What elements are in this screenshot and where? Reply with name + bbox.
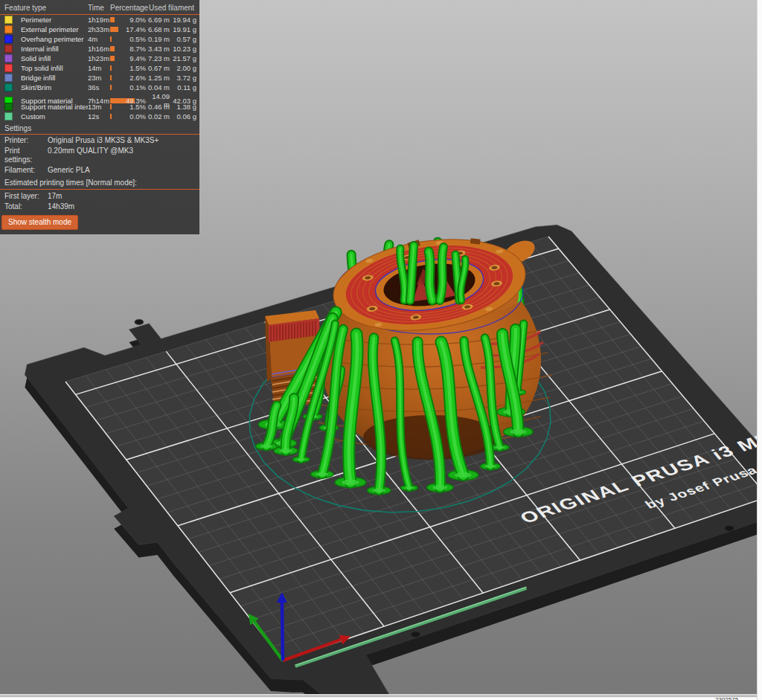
percentage-cell: 17.4% [110, 25, 147, 34]
percentage-bar [110, 56, 115, 61]
statusbar-strip: 2302575 [0, 694, 757, 700]
filament-weight: 0.06 g [173, 112, 199, 121]
first-layer-value: 17m [48, 192, 195, 200]
feature-label: Bridge infill [21, 74, 88, 82]
setting-printer: Printer: Original Prusa i3 MK3S & MK3S+ [0, 135, 199, 145]
setting-filament: Filament: Generic PLA [0, 164, 199, 175]
filament-weight: 19.94 g [173, 16, 199, 24]
percentage-bar [110, 75, 112, 80]
feature-color-swatch [4, 83, 13, 91]
percentage-cell: 8.7% [110, 44, 147, 54]
feature-time: 2h33m [88, 25, 110, 33]
setting-print-settings: Print settings: 0.20mm QUALITY @MK3 [0, 145, 199, 164]
feature-color-swatch [4, 35, 13, 43]
legend-row[interactable]: Support material7h14m49.3%14.09 m42.03 g [0, 92, 199, 102]
percentage-cell: 1.5% [110, 63, 147, 73]
percentage-cell: 0.5% [110, 34, 147, 44]
percentage-cell: 9.4% [110, 54, 147, 63]
feature-label: Overhang perimeter [21, 35, 88, 43]
feature-color-swatch [4, 45, 13, 53]
show-stealth-mode-button[interactable]: Show stealth mode [1, 215, 78, 230]
legend-rows: Perimeter1h19m9.0%6.69 m19.94 gExternal … [0, 15, 199, 121]
percentage-value: 1.5% [129, 103, 146, 111]
bed-bolt [135, 319, 144, 324]
feature-color-swatch [4, 54, 13, 62]
percentage-value: 1.5% [129, 64, 146, 72]
feature-label: Support material interface [21, 103, 88, 111]
window-right-edge [757, 0, 762, 700]
feature-color-swatch [4, 112, 13, 121]
filament-weight: 2.00 g [173, 64, 199, 72]
first-layer-row: First layer: 17m [0, 190, 199, 200]
legend-header-time: Time [88, 4, 110, 12]
feature-color-swatch [4, 74, 13, 82]
filament-length: 0.19 m [147, 35, 173, 43]
legend-row[interactable]: External perimeter2h33m17.4%6.68 m19.91 … [0, 25, 199, 34]
feature-label: Custom [21, 112, 88, 121]
legend-row[interactable]: Solid infill1h23m9.4%7.23 m21.57 g [0, 54, 199, 63]
filament-weight: 0.57 g [173, 35, 199, 43]
percentage-value: 0.5% [129, 35, 146, 43]
percentage-bar [110, 46, 115, 51]
legend-row[interactable]: Bridge infill23m2.6%1.25 m3.72 g [0, 73, 199, 83]
feature-color-swatch [4, 64, 13, 72]
filament-weight: 10.23 g [173, 45, 199, 53]
percentage-value: 0.1% [129, 83, 146, 91]
percentage-bar [110, 36, 112, 42]
filament-weight: 1.38 g [173, 103, 199, 111]
filament-length: 0.67 m [147, 64, 173, 72]
percentage-bar [110, 85, 112, 90]
percentage-bar [110, 104, 112, 109]
total-value: 14h39m [48, 202, 195, 211]
feature-label: Perimeter [21, 16, 88, 24]
feature-time: 1h23m [88, 54, 110, 62]
filament-length: 1.25 m [147, 74, 173, 82]
legend-row[interactable]: Top solid infill14m1.5%0.67 m2.00 g [0, 63, 199, 73]
percentage-cell: 9.0% [110, 15, 147, 25]
legend-row[interactable]: Internal infill1h16m8.7%3.43 m10.23 g [0, 44, 199, 54]
legend-header-percentage: Percentage [110, 4, 149, 12]
percentage-value: 17.4% [126, 25, 146, 33]
filament-length: 6.68 m [147, 25, 173, 33]
bed-screw-hole [411, 632, 420, 637]
legend-header-used-filament: Used filament [149, 4, 199, 12]
legend-row[interactable]: Overhang perimeter4m0.5%0.19 m0.57 g [0, 34, 199, 44]
percentage-value: 0.0% [129, 112, 146, 121]
feature-label: Top solid infill [21, 64, 88, 72]
feature-color-swatch [4, 25, 13, 33]
percentage-value: 8.7% [129, 45, 146, 53]
filament-length: 0.02 m [147, 112, 173, 121]
feature-time: 14m [88, 64, 110, 72]
percentage-cell: 0.0% [110, 112, 147, 121]
print-settings-label: Print settings: [4, 147, 48, 164]
gcode-legend-panel: Feature type Time Percentage Used filame… [0, 0, 199, 234]
feature-label: Skirt/Brim [21, 83, 88, 91]
bed-screw-hole [725, 526, 734, 531]
legend-header-feature-type: Feature type [4, 4, 88, 12]
filament-length: 7.23 m [147, 54, 173, 62]
first-layer-label: First layer: [4, 192, 48, 200]
filament-value: Generic PLA [48, 166, 195, 175]
legend-row[interactable]: Skirt/Brim36s0.1%0.04 m0.11 g [0, 83, 199, 92]
legend-row[interactable]: Custom12s0.0%0.02 m0.06 g [0, 112, 199, 121]
filament-weight: 0.11 g [173, 83, 199, 91]
legend-header-row: Feature type Time Percentage Used filame… [0, 0, 199, 15]
status-counter-text: 2302575 [715, 696, 738, 700]
filament-length: 6.69 m [147, 16, 173, 24]
filament-weight: 19.91 g [173, 25, 199, 33]
support-trees-interior [400, 245, 466, 301]
legend-row[interactable]: Support material interface13m1.5%0.46 m1… [0, 102, 199, 112]
percentage-value: 2.6% [129, 74, 146, 82]
legend-row[interactable]: Perimeter1h19m9.0%6.69 m19.94 g [0, 15, 199, 25]
percentage-bar [110, 65, 112, 71]
feature-color-swatch [4, 16, 13, 24]
total-time-row: Total: 14h39m [0, 200, 199, 211]
feature-label: Internal infill [21, 45, 88, 53]
feature-time: 4m [88, 35, 110, 43]
feature-time: 23m [88, 74, 110, 82]
filament-label: Filament: [4, 166, 48, 175]
percentage-cell: 2.6% [110, 73, 147, 83]
filament-length: 0.46 m [147, 103, 173, 111]
feature-time: 1h19m [88, 16, 110, 24]
printer-label: Printer: [4, 136, 48, 145]
